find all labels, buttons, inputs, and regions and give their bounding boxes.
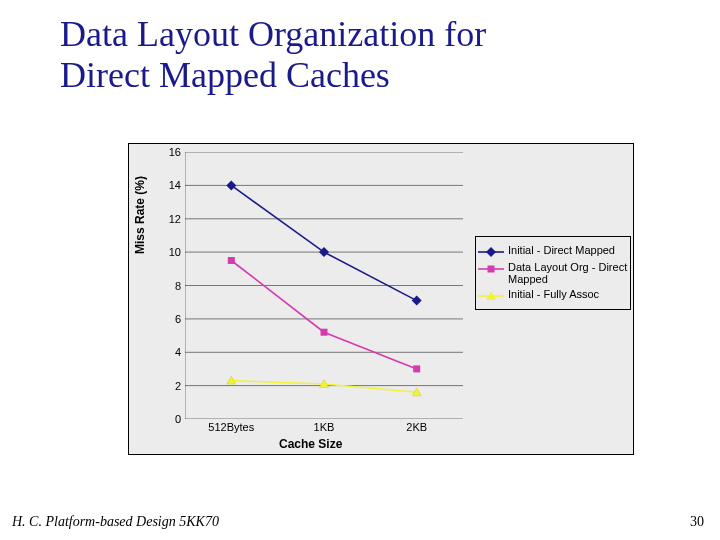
square-icon <box>478 263 504 275</box>
series-initial-fully <box>227 376 421 396</box>
legend-item: Initial - Direct Mapped <box>478 244 628 258</box>
svg-rect-15 <box>413 365 420 372</box>
svg-rect-14 <box>321 329 328 336</box>
svg-rect-22 <box>488 266 495 273</box>
diamond-icon <box>478 246 504 258</box>
y-axis-label: Miss Rate (%) <box>133 176 147 254</box>
x-axis-label: Cache Size <box>279 437 342 451</box>
ytick: 10 <box>163 247 181 280</box>
xtick: 1KB <box>314 421 335 433</box>
legend-label: Data Layout Org - Direct Mapped <box>508 261 628 285</box>
legend-item: Initial - Fully Assoc <box>478 288 628 302</box>
series-initial-direct <box>226 180 421 305</box>
slide-title: Data Layout Organization for Direct Mapp… <box>60 14 486 97</box>
chart-svg <box>185 152 463 419</box>
ytick: 8 <box>163 281 181 314</box>
triangle-icon <box>478 290 504 302</box>
y-ticks: 16 14 12 10 8 6 4 2 0 <box>163 147 181 448</box>
footer-left: H. C. Platform-based Design 5KK70 <box>12 514 219 530</box>
xtick: 2KB <box>406 421 427 433</box>
legend-label: Initial - Direct Mapped <box>508 244 628 256</box>
series-dlo-direct <box>228 257 420 372</box>
ytick: 12 <box>163 214 181 247</box>
grid <box>185 152 463 419</box>
ytick: 6 <box>163 314 181 347</box>
legend-label: Initial - Fully Assoc <box>508 288 628 300</box>
title-line-1: Data Layout Organization for <box>60 14 486 54</box>
title-line-2: Direct Mapped Caches <box>60 55 390 95</box>
svg-marker-12 <box>412 296 422 306</box>
plot-area <box>185 152 463 419</box>
ytick: 4 <box>163 347 181 380</box>
ytick: 14 <box>163 180 181 213</box>
legend: Initial - Direct Mapped Data Layout Org … <box>475 236 631 310</box>
svg-marker-20 <box>486 247 496 257</box>
chart-container: Miss Rate (%) 16 14 12 10 8 6 4 2 0 <box>128 143 634 455</box>
ytick: 16 <box>163 147 181 180</box>
slide-number: 30 <box>690 514 704 530</box>
ytick: 0 <box>163 414 181 447</box>
svg-rect-13 <box>228 257 235 264</box>
xtick: 512Bytes <box>208 421 254 433</box>
legend-item: Data Layout Org - Direct Mapped <box>478 261 628 285</box>
ytick: 2 <box>163 381 181 414</box>
